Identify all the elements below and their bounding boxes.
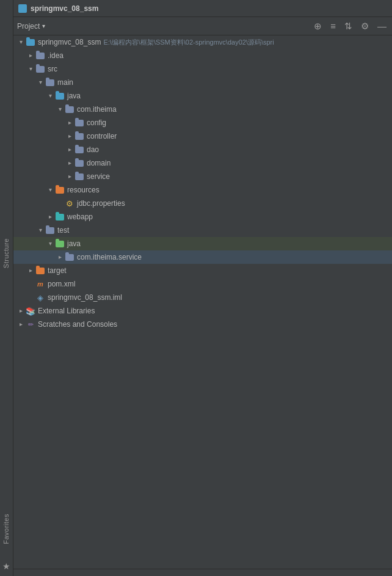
project-label: Project <box>17 22 40 31</box>
tree-item-arrow-pom.xml[interactable] <box>26 277 35 291</box>
tree-item-pom.xml[interactable]: mpom.xml <box>13 277 392 291</box>
tree-item-arrow-resources[interactable] <box>45 183 55 197</box>
tree-item-icon-jdbc.properties: ⚙ <box>65 199 74 208</box>
tree-item-com.itheima.service[interactable]: com.itheima.service <box>13 250 392 264</box>
tree-item-label-src: src <box>48 65 57 73</box>
tree-item-arrow-jdbc.properties[interactable] <box>55 197 65 210</box>
tree-item-root[interactable]: springmvc_08_ssmE:\编程内容\框架\SSM资料\02-spri… <box>13 35 392 49</box>
tree-item-label-com.itheima: com.itheima <box>77 105 117 114</box>
tree-item-icon-scratches: ✏ <box>26 319 35 329</box>
tree-item-icon-test <box>45 225 55 235</box>
tree-item-label-webapp: webapp <box>67 213 93 221</box>
tree-item-scratches[interactable]: ✏Scratches and Consoles <box>13 318 392 331</box>
tree-item-external-libraries[interactable]: 📚External Libraries <box>13 304 392 318</box>
tree-item-label-resources: resources <box>67 186 100 194</box>
tree-item-arrow-controller[interactable] <box>65 129 74 143</box>
tree-item-java[interactable]: java <box>13 89 392 103</box>
tree-item-arrow-target[interactable] <box>26 264 35 277</box>
tree-item-path-root: E:\编程内容\框架\SSM资料\02-springmvc\day02\源码\s… <box>103 38 274 47</box>
tree-item-arrow-webapp[interactable] <box>45 210 55 224</box>
tree-area[interactable]: springmvc_08_ssmE:\编程内容\框架\SSM资料\02-spri… <box>13 35 392 569</box>
tree-item-label-jdbc.properties: jdbc.properties <box>77 199 125 208</box>
scope-button[interactable]: ⊕ <box>312 21 324 31</box>
tree-item-label-test: test <box>57 226 69 235</box>
tree-item-arrow-service[interactable] <box>65 170 74 183</box>
horizontal-scrollbar[interactable] <box>13 569 392 576</box>
tree-item-label-controller: controller <box>87 132 117 140</box>
tree-item-icon-service <box>74 172 84 181</box>
tree-item-main[interactable]: main <box>13 76 392 89</box>
tree-item-label-idea: .idea <box>48 51 64 60</box>
tree-item-label-pom.xml: pom.xml <box>48 280 75 288</box>
tree-item-label-root: springmvc_08_ssm <box>38 38 101 46</box>
tree-item-arrow-com.itheima.service[interactable] <box>55 250 65 264</box>
tree-item-jdbc.properties[interactable]: ⚙jdbc.properties <box>13 197 392 210</box>
project-icon <box>18 4 27 13</box>
tree-item-test[interactable]: test <box>13 224 392 237</box>
tree-item-icon-config <box>74 118 84 128</box>
tree-item-service[interactable]: service <box>13 170 392 183</box>
tree-item-domain[interactable]: domain <box>13 156 392 170</box>
title-bar: springmvc_08_ssm <box>13 0 392 17</box>
tree-item-icon-java-test <box>55 239 65 249</box>
tree-item-label-service: service <box>87 172 110 181</box>
tree-item-arrow-com.itheima[interactable] <box>55 103 65 116</box>
tree-item-icon-com.itheima <box>65 104 74 114</box>
tree-item-icon-domain <box>74 158 84 168</box>
tree-item-arrow-java-test[interactable] <box>45 237 55 250</box>
tree-item-icon-external-libraries: 📚 <box>26 306 35 316</box>
tree-item-arrow-external-libraries[interactable] <box>16 304 26 318</box>
tree-item-arrow-src[interactable] <box>26 62 35 76</box>
project-dropdown[interactable]: Project ▾ <box>17 22 45 31</box>
tree-item-dao[interactable]: dao <box>13 143 392 156</box>
favorites-tab[interactable]: Favorites <box>0 506 13 552</box>
tree-item-arrow-java[interactable] <box>45 89 55 103</box>
settings-button[interactable]: ⚙ <box>359 21 371 31</box>
tree-item-label-config: config <box>87 118 106 127</box>
tree-item-arrow-springmvc_08_ssm.iml[interactable] <box>26 291 35 304</box>
tree-item-arrow-main[interactable] <box>35 76 45 89</box>
tree-item-icon-idea <box>35 51 45 60</box>
tree-item-src[interactable]: src <box>13 62 392 76</box>
tree-item-label-java-test: java <box>67 239 81 248</box>
tree-item-target[interactable]: target <box>13 264 392 277</box>
favorites-star-icon[interactable]: ★ <box>2 561 10 571</box>
tree-item-icon-java <box>55 91 65 101</box>
project-title: springmvc_08_ssm <box>31 4 98 13</box>
tree-item-controller[interactable]: controller <box>13 129 392 143</box>
tree-item-arrow-test[interactable] <box>35 224 45 237</box>
tree-item-java-test[interactable]: java <box>13 237 392 250</box>
hide-button[interactable]: — <box>376 21 388 31</box>
tree-item-label-scratches: Scratches and Consoles <box>38 320 117 329</box>
tree-item-com.itheima[interactable]: com.itheima <box>13 103 392 116</box>
tree-item-icon-springmvc_08_ssm.iml: ◈ <box>35 293 45 302</box>
tree-item-label-target: target <box>48 266 67 275</box>
main-panel: springmvc_08_ssm Project ▾ ⊕ ≡ ⇅ ⚙ — spr… <box>13 0 392 576</box>
tree-item-springmvc_08_ssm.iml[interactable]: ◈springmvc_08_ssm.iml <box>13 291 392 304</box>
sort-button[interactable]: ⇅ <box>343 21 354 31</box>
tree-item-icon-pom.xml: m <box>35 279 45 289</box>
tree-item-arrow-config[interactable] <box>65 116 74 129</box>
tree-item-icon-target <box>35 266 45 275</box>
tree-item-label-external-libraries: External Libraries <box>38 307 95 315</box>
structure-tab[interactable]: Structure <box>0 231 13 275</box>
tree-item-idea[interactable]: .idea <box>13 49 392 62</box>
tree-item-arrow-domain[interactable] <box>65 156 74 170</box>
tree-item-icon-resources <box>55 185 65 195</box>
tree-item-icon-dao <box>74 145 84 155</box>
tree-item-resources[interactable]: resources <box>13 183 392 197</box>
project-chevron-icon: ▾ <box>42 23 45 29</box>
tree-item-label-com.itheima.service: com.itheima.service <box>77 253 142 261</box>
toolbar: Project ▾ ⊕ ≡ ⇅ ⚙ — <box>13 17 392 35</box>
tree-item-arrow-root[interactable] <box>16 35 26 49</box>
tree-item-icon-main <box>45 78 55 87</box>
tree-item-icon-webapp <box>55 212 65 222</box>
tree-item-arrow-idea[interactable] <box>26 49 35 62</box>
tree-item-config[interactable]: config <box>13 116 392 129</box>
collapse-all-button[interactable]: ≡ <box>328 21 338 31</box>
tree-item-arrow-scratches[interactable] <box>16 318 26 331</box>
tree-item-label-springmvc_08_ssm.iml: springmvc_08_ssm.iml <box>48 293 122 302</box>
tree-item-icon-controller <box>74 131 84 141</box>
tree-item-webapp[interactable]: webapp <box>13 210 392 224</box>
tree-item-arrow-dao[interactable] <box>65 143 74 156</box>
